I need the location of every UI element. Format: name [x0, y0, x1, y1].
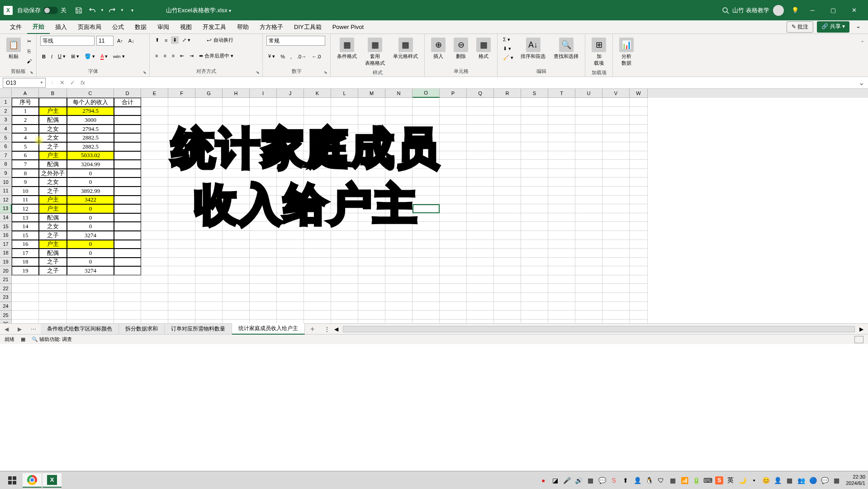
underline-button[interactable]: U ▾: [56, 53, 67, 60]
cell-B4[interactable]: 之女: [39, 125, 67, 134]
cell-E20[interactable]: [141, 266, 168, 275]
cell-B6[interactable]: 之子: [39, 142, 67, 151]
cell-V20[interactable]: [602, 266, 630, 275]
cell-A9[interactable]: 8: [12, 169, 39, 178]
phonetic-button[interactable]: wén ▾: [111, 53, 127, 60]
cell-C23[interactable]: [67, 293, 114, 302]
cell-G24[interactable]: [195, 302, 223, 311]
cell-U20[interactable]: [575, 266, 602, 275]
cell-U25[interactable]: [575, 311, 602, 320]
cell-A6[interactable]: 5: [12, 142, 39, 151]
cell-B13[interactable]: 户主: [39, 204, 67, 213]
qat-more-icon[interactable]: ▾: [125, 4, 139, 17]
col-header-T[interactable]: T: [548, 89, 575, 98]
font-size-select[interactable]: [96, 36, 114, 46]
wrap-text-button[interactable]: ⮐ 自动换行: [205, 36, 235, 44]
cell-C13[interactable]: 0: [67, 204, 114, 213]
cell-R21[interactable]: [494, 275, 521, 284]
cell-T7[interactable]: [548, 151, 575, 160]
cell-D4[interactable]: [114, 125, 141, 134]
cell-G21[interactable]: [195, 275, 223, 284]
cell-J17[interactable]: [277, 240, 304, 249]
cell-V10[interactable]: [602, 177, 630, 187]
cell-I1[interactable]: [250, 98, 277, 107]
cell-P23[interactable]: [440, 293, 467, 302]
cell-D11[interactable]: [114, 187, 141, 196]
tray-sogou-icon[interactable]: S: [609, 476, 618, 485]
cell-D9[interactable]: [114, 169, 141, 178]
cell-Q12[interactable]: [467, 196, 494, 205]
col-header-I[interactable]: I: [250, 89, 277, 98]
cell-G20[interactable]: [195, 266, 223, 275]
cell-style-button[interactable]: ▦单元格样式: [390, 36, 421, 68]
cell-E4[interactable]: [141, 125, 168, 134]
cell-T1[interactable]: [548, 98, 575, 107]
cell-P2[interactable]: [440, 107, 467, 116]
cell-W23[interactable]: [630, 293, 648, 302]
cell-Q4[interactable]: [467, 125, 494, 134]
cell-G18[interactable]: [195, 249, 223, 258]
cell-C15[interactable]: 0: [67, 222, 114, 231]
cell-U24[interactable]: [575, 302, 602, 311]
cell-D15[interactable]: [114, 222, 141, 231]
cell-C7[interactable]: 5033.02: [67, 151, 114, 160]
cell-W13[interactable]: [630, 204, 648, 213]
cell-P20[interactable]: [440, 266, 467, 275]
cond-format-button[interactable]: ▦条件格式: [334, 36, 360, 68]
cell-W15[interactable]: [630, 222, 648, 231]
cell-Q24[interactable]: [467, 302, 494, 311]
tray-icon-4[interactable]: 👤: [633, 476, 642, 485]
tab-dev[interactable]: 开发工具: [197, 21, 232, 34]
formula-expand-icon[interactable]: ⌄: [855, 78, 868, 87]
cell-U2[interactable]: [575, 107, 602, 116]
cell-R7[interactable]: [494, 151, 521, 160]
cell-D25[interactable]: [114, 311, 141, 320]
cell-P1[interactable]: [440, 98, 467, 107]
decrease-font-icon[interactable]: A↓: [127, 37, 136, 44]
cell-H24[interactable]: [223, 302, 250, 311]
cell-K23[interactable]: [304, 293, 331, 302]
cell-H2[interactable]: [223, 107, 250, 116]
cell-P11[interactable]: [440, 187, 467, 196]
tray-wifi-icon[interactable]: 📶: [680, 476, 689, 485]
cell-T18[interactable]: [548, 249, 575, 258]
cell-V22[interactable]: [602, 284, 630, 293]
cell-O2[interactable]: [413, 107, 440, 116]
cell-O24[interactable]: [413, 302, 440, 311]
tray-sogou2-icon[interactable]: S: [715, 476, 723, 484]
cell-U1[interactable]: [575, 98, 602, 107]
cell-P6[interactable]: [440, 142, 467, 151]
cell-M1[interactable]: [358, 98, 385, 107]
cell-V21[interactable]: [602, 275, 630, 284]
cell-U11[interactable]: [575, 187, 602, 196]
cell-P15[interactable]: [440, 222, 467, 231]
sheet-tab-1[interactable]: 条件格式给数字区间标颜色: [41, 324, 119, 334]
cell-M23[interactable]: [358, 293, 385, 302]
cell-U14[interactable]: [575, 213, 602, 222]
redo-icon[interactable]: [105, 4, 119, 17]
autosum-icon[interactable]: Σ ▾: [501, 36, 515, 43]
cell-B10[interactable]: 之女: [39, 177, 67, 187]
cell-P22[interactable]: [440, 284, 467, 293]
col-header-W[interactable]: W: [630, 89, 648, 98]
cell-G25[interactable]: [195, 311, 223, 320]
cell-R11[interactable]: [494, 187, 521, 196]
cell-V7[interactable]: [602, 151, 630, 160]
cell-C3[interactable]: 3000: [67, 115, 114, 125]
cell-V6[interactable]: [602, 142, 630, 151]
cell-E15[interactable]: [141, 222, 168, 231]
cell-S6[interactable]: [521, 142, 548, 151]
cell-L19[interactable]: [331, 258, 358, 267]
cell-F22[interactable]: [168, 284, 195, 293]
cell-Q14[interactable]: [467, 213, 494, 222]
cell-V9[interactable]: [602, 169, 630, 178]
cell-I23[interactable]: [250, 293, 277, 302]
cell-O22[interactable]: [413, 284, 440, 293]
cell-E19[interactable]: [141, 258, 168, 267]
cell-J2[interactable]: [277, 107, 304, 116]
cell-F18[interactable]: [168, 249, 195, 258]
col-header-M[interactable]: M: [358, 89, 385, 98]
cell-V2[interactable]: [602, 107, 630, 116]
tab-diy[interactable]: DIY工具箱: [289, 21, 327, 34]
undo-dropdown-icon[interactable]: ▼: [99, 4, 105, 17]
